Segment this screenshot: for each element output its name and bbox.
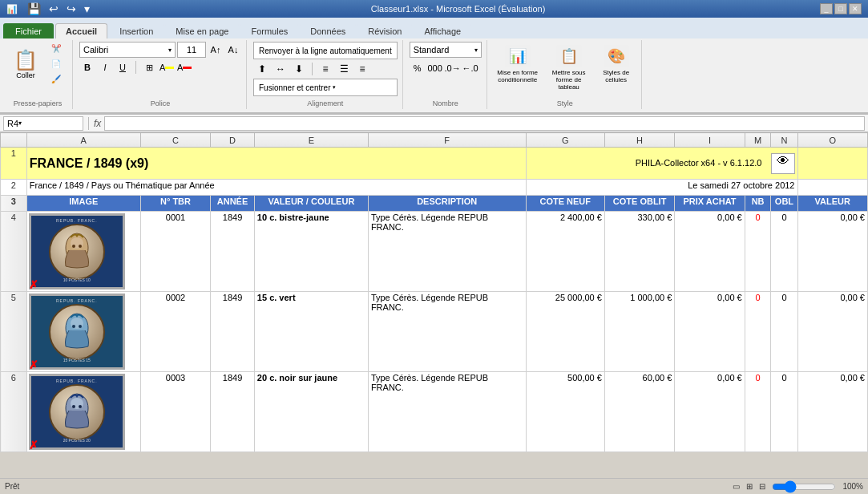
nb-4[interactable]: 0 bbox=[745, 212, 771, 292]
mettre-sous-forme-button[interactable]: 📋 bbox=[556, 45, 582, 67]
description-4[interactable]: Type Cérès. Légende REPUB FRANC. bbox=[368, 212, 526, 292]
description-5[interactable]: Type Cérès. Légende REPUB FRANC. bbox=[368, 292, 526, 372]
tab-donnees[interactable]: Données bbox=[300, 23, 356, 38]
col-header-D[interactable]: D bbox=[211, 133, 255, 148]
col-header-I[interactable]: I bbox=[675, 133, 745, 148]
undo-qat-button[interactable]: ↩ bbox=[46, 1, 62, 17]
copier-button[interactable]: 📄 bbox=[45, 57, 67, 71]
col-header-O[interactable]: O bbox=[797, 133, 868, 148]
valeur-couleur-5[interactable]: 15 c. vert bbox=[254, 292, 368, 372]
tab-mise-en-page[interactable]: Mise en page bbox=[165, 23, 239, 38]
font-increase-button[interactable]: A↑ bbox=[208, 42, 224, 58]
border-button[interactable]: ⊞ bbox=[141, 59, 157, 75]
valeur-couleur-4[interactable]: 10 c. bistre-jaune bbox=[254, 212, 368, 292]
tab-revision[interactable]: Révision bbox=[357, 23, 412, 38]
fill-color-button[interactable]: A bbox=[159, 59, 175, 75]
tab-accueil[interactable]: Accueil bbox=[55, 23, 107, 38]
col-header-A[interactable]: A bbox=[26, 133, 140, 148]
num-tbr-6[interactable]: 0003 bbox=[140, 372, 210, 452]
row-num-6[interactable]: 6 bbox=[1, 372, 27, 452]
align-right-button[interactable]: ≡ bbox=[353, 61, 371, 77]
align-top-button[interactable]: ⬆ bbox=[253, 61, 271, 77]
cote-oblit-6[interactable]: 60,00 € bbox=[604, 372, 674, 452]
font-size-input[interactable] bbox=[177, 42, 206, 58]
cote-neuf-6[interactable]: 500,00 € bbox=[526, 372, 604, 452]
obl-4[interactable]: 0 bbox=[771, 212, 797, 292]
row-num-3[interactable]: 3 bbox=[1, 196, 27, 212]
reproduire-button[interactable]: 🖌️ bbox=[45, 72, 67, 86]
nb-6[interactable]: 0 bbox=[745, 372, 771, 452]
zoom-slider[interactable] bbox=[772, 484, 836, 490]
view-normal-button[interactable]: ▭ bbox=[733, 482, 740, 491]
couper-button[interactable]: ✂️ bbox=[45, 42, 67, 55]
subtitle-right-cell[interactable]: Le samedi 27 octobre 2012 bbox=[526, 180, 797, 196]
cote-oblit-4[interactable]: 330,00 € bbox=[604, 212, 674, 292]
row-num-2[interactable]: 2 bbox=[1, 180, 27, 196]
annee-6[interactable]: 1849 bbox=[211, 372, 255, 452]
align-center-button[interactable]: ☰ bbox=[335, 61, 353, 77]
cote-neuf-4[interactable]: 2 400,00 € bbox=[526, 212, 604, 292]
coller-button[interactable]: 📋 Coller bbox=[8, 45, 43, 83]
cell-reference-box[interactable]: R4 ▾ bbox=[3, 116, 83, 131]
nb-5[interactable]: 0 bbox=[745, 292, 771, 372]
subtitle-left-cell[interactable]: France / 1849 / Pays ou Thématique par A… bbox=[26, 180, 526, 196]
formula-input[interactable] bbox=[104, 116, 865, 131]
annee-4[interactable]: 1849 bbox=[211, 212, 255, 292]
col-header-H[interactable]: H bbox=[604, 133, 674, 148]
col-header-F[interactable]: F bbox=[368, 133, 526, 148]
description-6[interactable]: Type Cérès. Légende REPUB FRANC. bbox=[368, 372, 526, 452]
styles-cellules-button[interactable]: 🎨 bbox=[604, 45, 629, 67]
title-right-cell[interactable]: PHILA-Collector x64 - v 6.1.12.0 👁 bbox=[526, 148, 797, 180]
align-bottom-button[interactable]: ⬇ bbox=[290, 61, 308, 77]
wrap-text-button[interactable]: Renvoyer à la ligne automatiquement bbox=[253, 42, 398, 59]
save-qat-button[interactable]: 💾 bbox=[24, 1, 44, 17]
obl-5[interactable]: 0 bbox=[771, 292, 797, 372]
prix-achat-4[interactable]: 0,00 € bbox=[675, 212, 745, 292]
valeur-couleur-6[interactable]: 20 c. noir sur jaune bbox=[254, 372, 368, 452]
prix-achat-5[interactable]: 0,00 € bbox=[675, 292, 745, 372]
close-button[interactable]: ✕ bbox=[849, 3, 862, 14]
window-controls[interactable]: _ □ ✕ bbox=[820, 3, 862, 14]
redo-qat-button[interactable]: ↪ bbox=[63, 1, 79, 17]
mise-en-forme-conditionnelle-button[interactable]: 📊 bbox=[505, 45, 531, 67]
font-color-button[interactable]: A bbox=[176, 59, 192, 75]
more-qat-button[interactable]: ▾ bbox=[81, 1, 93, 17]
col-header-G[interactable]: G bbox=[526, 133, 604, 148]
row-num-4[interactable]: 4 bbox=[1, 212, 27, 292]
num-tbr-4[interactable]: 0001 bbox=[140, 212, 210, 292]
view-layout-button[interactable]: ⊞ bbox=[746, 482, 753, 491]
col-header-E[interactable]: E bbox=[254, 133, 368, 148]
num-tbr-5[interactable]: 0002 bbox=[140, 292, 210, 372]
percent-button[interactable]: % bbox=[410, 60, 426, 76]
italic-button[interactable]: I bbox=[97, 59, 113, 75]
view-break-button[interactable]: ⊟ bbox=[759, 482, 765, 491]
increase-decimal-button[interactable]: .0→ bbox=[445, 60, 461, 76]
font-decrease-button[interactable]: A↓ bbox=[225, 42, 241, 58]
align-middle-button[interactable]: ↔ bbox=[272, 61, 289, 77]
cote-neuf-5[interactable]: 25 000,00 € bbox=[526, 292, 604, 372]
number-format-selector[interactable]: Standard ▾ bbox=[410, 42, 482, 58]
col-header-M[interactable]: M bbox=[745, 133, 771, 148]
minimize-button[interactable]: _ bbox=[820, 3, 833, 14]
valeur-4[interactable]: 0,00 € bbox=[797, 212, 868, 292]
col-header-N[interactable]: N bbox=[771, 133, 797, 148]
bold-button[interactable]: B bbox=[79, 59, 95, 75]
tab-fichier[interactable]: Fichier bbox=[3, 23, 54, 38]
valeur-5[interactable]: 0,00 € bbox=[797, 292, 868, 372]
merge-center-button[interactable]: Fusionner et centrer ▾ bbox=[253, 79, 398, 96]
col-header-C[interactable]: C bbox=[140, 133, 210, 148]
prix-achat-6[interactable]: 0,00 € bbox=[675, 372, 745, 452]
row-num-1[interactable]: 1 bbox=[1, 148, 27, 180]
cote-oblit-5[interactable]: 1 000,00 € bbox=[604, 292, 674, 372]
tab-affichage[interactable]: Affichage bbox=[414, 23, 471, 38]
annee-5[interactable]: 1849 bbox=[211, 292, 255, 372]
maximize-button[interactable]: □ bbox=[834, 3, 847, 14]
underline-button[interactable]: U bbox=[115, 59, 131, 75]
font-name-selector[interactable]: Calibri ▾ bbox=[79, 42, 176, 58]
title-cell[interactable]: FRANCE / 1849 (x9) bbox=[26, 148, 526, 180]
row-num-5[interactable]: 5 bbox=[1, 292, 27, 372]
tab-insertion[interactable]: Insertion bbox=[109, 23, 164, 38]
thousands-button[interactable]: 000 bbox=[427, 60, 443, 76]
decrease-decimal-button[interactable]: ←.0 bbox=[462, 60, 478, 76]
obl-6[interactable]: 0 bbox=[771, 372, 797, 452]
